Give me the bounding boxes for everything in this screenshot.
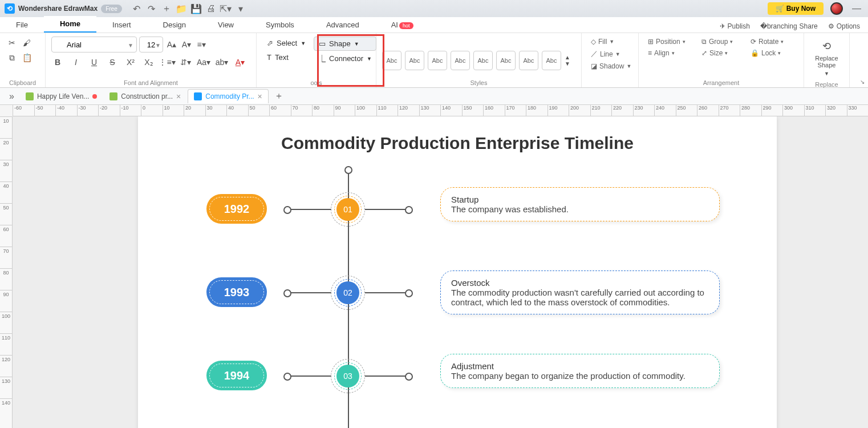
description-box[interactable]: StartupThe company was established.	[440, 187, 720, 221]
tabs-overflow-icon[interactable]: »	[5, 91, 19, 102]
publish-button[interactable]: ✈Publish	[720, 22, 750, 30]
font-color-icon[interactable]: A▾	[234, 56, 246, 68]
style-preset-6[interactable]: Abc	[496, 51, 516, 70]
menu-home[interactable]: Home	[44, 16, 96, 33]
style-preset-8[interactable]: Abc	[542, 51, 561, 70]
ribbon: ✂🖌 ⧉📋 Clipboard 🔍 ▼ ▼ A▴ A▾ ≡▾	[0, 33, 868, 88]
canvas[interactable]: Commodity Production Enterprise Timeline…	[13, 116, 868, 428]
close-icon[interactable]: ×	[258, 92, 262, 101]
highlight-icon[interactable]: ab▾	[216, 56, 228, 68]
line-button[interactable]: ／Line▼	[587, 48, 624, 60]
align-button[interactable]: ≡Align▾	[644, 48, 692, 58]
menu-insert[interactable]: Insert	[96, 17, 147, 33]
style-preset-2[interactable]: Abc	[405, 51, 424, 70]
buy-now-button[interactable]: 🛒 Buy Now	[768, 2, 824, 15]
superscript-icon[interactable]: X²	[124, 56, 137, 68]
export-icon[interactable]: ⇱▾	[221, 4, 230, 13]
size-button[interactable]: ⤢Size▾	[698, 48, 741, 58]
doc-tab-2[interactable]: Construction pr... ×	[104, 90, 186, 103]
bullets-icon[interactable]: ⋮≡▾	[161, 56, 173, 68]
style-preset-1[interactable]: Abc	[382, 51, 401, 70]
dirty-indicator-icon	[92, 94, 97, 99]
select-tool[interactable]: ⬀Select▼	[262, 37, 310, 50]
align-dropdown-icon[interactable]: ≡▾	[195, 38, 208, 51]
menu-view[interactable]: View	[202, 17, 250, 33]
year-pill[interactable]: 1994	[206, 361, 267, 390]
description-box[interactable]: AdjustmentThe company began to organize …	[440, 354, 720, 388]
style-preset-5[interactable]: Abc	[473, 51, 493, 70]
styles-dialog-launcher-icon[interactable]: ↘	[860, 79, 865, 85]
ruler-tick: 330	[847, 105, 869, 116]
replace-shape-button[interactable]: ⟲ Replace Shape ▼	[810, 37, 843, 80]
strikethrough-icon[interactable]: S	[106, 56, 119, 68]
menu-advanced[interactable]: Advanced	[310, 17, 375, 33]
style-preset-7[interactable]: Abc	[519, 51, 538, 70]
description-box[interactable]: OverstockThe commodity production wasn't…	[440, 270, 720, 314]
menu-ai[interactable]: AIhot	[375, 17, 429, 33]
new-icon[interactable]: ＋	[162, 4, 171, 13]
rotate-button[interactable]: ⟳Rotate▾	[747, 37, 790, 47]
menu-design[interactable]: Design	[147, 17, 202, 33]
share-button[interactable]: �branchingShare	[760, 22, 818, 30]
format-painter-icon[interactable]: 🖌	[21, 37, 33, 49]
font-family-select[interactable]: 🔍 ▼	[51, 37, 137, 53]
position-icon: ⊞	[648, 38, 654, 46]
copy-icon[interactable]: ⧉	[6, 51, 18, 64]
paste-icon[interactable]: 📋	[21, 51, 33, 64]
close-icon[interactable]: ×	[176, 92, 181, 101]
timeline-node[interactable]: 199201StartupThe company was established…	[138, 170, 777, 253]
lock-label: Lock	[761, 49, 776, 57]
menu-symbols[interactable]: Symbols	[250, 17, 310, 33]
page[interactable]: Commodity Production Enterprise Timeline…	[138, 116, 777, 428]
print-icon[interactable]: 🖨	[206, 4, 216, 13]
styles-up-icon[interactable]: ▲	[565, 54, 570, 60]
styles-down-icon[interactable]: ▼	[565, 60, 570, 67]
position-button[interactable]: ⊞Position▾	[644, 37, 692, 47]
italic-icon[interactable]: I	[70, 56, 82, 68]
doc-tab-1[interactable]: Happy Life Ven...	[20, 90, 103, 103]
doc-tab-1-name: Happy Life Ven...	[37, 92, 89, 100]
decrease-font-icon[interactable]: A▾	[180, 38, 193, 51]
underline-icon[interactable]: U	[88, 56, 100, 68]
open-icon[interactable]: 📁	[177, 4, 186, 13]
font-family-input[interactable]	[51, 37, 137, 53]
cut-icon[interactable]: ✂	[6, 37, 18, 49]
shape-tool[interactable]: ▭Shape▼	[314, 37, 376, 51]
bold-icon[interactable]: B	[51, 56, 64, 68]
group-button[interactable]: ⧉Group▾	[698, 37, 741, 47]
line-spacing-icon[interactable]: ⇵▾	[179, 56, 192, 68]
minimize-icon[interactable]: —	[850, 3, 863, 14]
font-size-select[interactable]: ▼	[139, 37, 163, 53]
node-number[interactable]: 03	[336, 365, 359, 387]
options-button[interactable]: ⚙Options	[828, 22, 860, 30]
doc-tab-3[interactable]: Commodity Pr... ×	[188, 89, 269, 103]
ribbon-group-shape-props: ◇Fill▼ ／Line▼ ◪Shadow▼	[582, 33, 639, 87]
new-tab-icon[interactable]: ＋	[270, 90, 288, 102]
menu-file[interactable]: File	[0, 17, 44, 33]
case-icon[interactable]: Aa▾	[197, 56, 210, 68]
fill-button[interactable]: ◇Fill▼	[587, 37, 618, 47]
ruler-tick: 100	[355, 105, 376, 116]
shadow-button[interactable]: ◪Shadow▼	[587, 61, 635, 71]
node-number[interactable]: 02	[336, 281, 359, 304]
connector-tool[interactable]: ⎿Connector▼	[314, 52, 376, 65]
ruler-tick: 250	[676, 105, 697, 116]
node-number[interactable]: 01	[336, 198, 359, 221]
redo-icon[interactable]: ↷	[147, 4, 156, 13]
lock-button[interactable]: 🔒Lock▾	[747, 48, 790, 58]
gear-icon: ⚙	[828, 22, 834, 30]
style-preset-3[interactable]: Abc	[428, 51, 447, 70]
user-avatar[interactable]	[830, 2, 843, 15]
timeline-node[interactable]: 199302OverstockThe commodity production …	[138, 253, 777, 337]
year-pill[interactable]: 1992	[206, 194, 267, 224]
timeline-node[interactable]: 199403AdjustmentThe company began to org…	[138, 337, 777, 420]
increase-font-icon[interactable]: A▴	[165, 38, 178, 51]
ribbon-group-styles: Abc Abc Abc Abc Abc Abc Abc Abc ▲▼ Style…	[376, 33, 582, 87]
save-icon[interactable]: 💾	[192, 4, 201, 13]
text-tool[interactable]: TText	[262, 51, 310, 64]
undo-icon[interactable]: ↶	[132, 4, 141, 13]
qat-dropdown-icon[interactable]: ▾	[236, 4, 245, 13]
year-pill[interactable]: 1993	[206, 277, 267, 307]
style-preset-4[interactable]: Abc	[451, 51, 470, 70]
subscript-icon[interactable]: X₂	[143, 56, 155, 68]
